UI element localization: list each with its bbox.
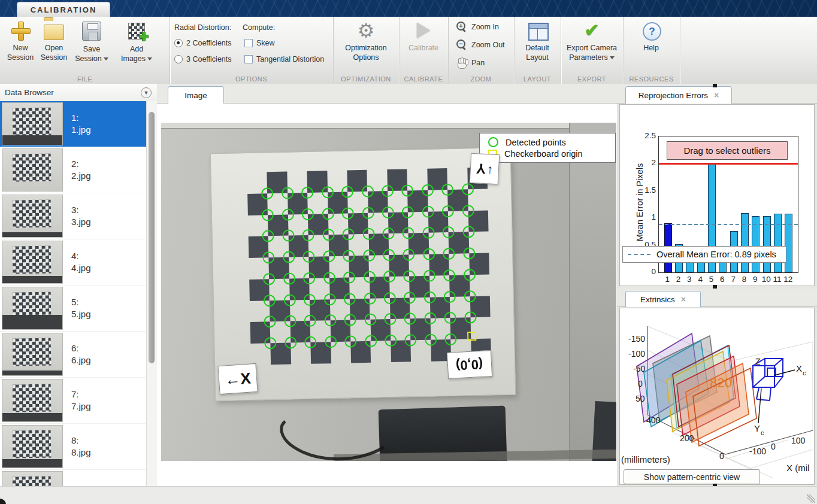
svg-text:100: 100: [791, 436, 806, 445]
list-item[interactable]: 9:: [0, 470, 146, 486]
coeff2-label: 2 Coefficients: [186, 39, 232, 47]
zoom-in-button[interactable]: + Zoom In: [456, 22, 499, 32]
export-camera-parameters-button[interactable]: ✔ Export Camera Parameters: [562, 20, 622, 62]
scrollbar-track[interactable]: [146, 101, 157, 486]
add-images-dropdown-icon[interactable]: [147, 57, 152, 60]
save-session-button[interactable]: Save Session: [72, 20, 111, 63]
dashed-line-sample: [628, 254, 650, 255]
list-item[interactable]: 5:5.jpg: [0, 286, 146, 332]
svg-text:50: 50: [636, 394, 645, 403]
list-item[interactable]: 4:4.jpg: [0, 239, 146, 286]
list-item-label: 7:7.jpg: [71, 388, 91, 413]
tab-extrinsics[interactable]: Extrinsics ×: [625, 291, 701, 307]
new-session-label: New Session: [4, 44, 37, 62]
list-item[interactable]: 8:8.jpg: [0, 424, 146, 470]
scrollbar-thumb[interactable]: [149, 112, 155, 363]
export-dropdown-icon[interactable]: [610, 56, 615, 59]
help-button[interactable]: ? Help: [637, 20, 665, 53]
title-bar: CALIBRATION: [0, 0, 817, 17]
zoom-in-label: Zoom In: [471, 23, 499, 31]
zoom-out-icon: −: [456, 40, 467, 50]
radio-unselected-icon: [174, 55, 183, 63]
image-thumbnail: [2, 333, 63, 376]
error-bar[interactable]: [774, 214, 782, 272]
y-tick-label: 1.5: [632, 186, 656, 195]
save-dropdown-icon[interactable]: [104, 57, 108, 60]
open-session-label: Open Session: [36, 44, 72, 62]
add-images-button[interactable]: Add Images: [117, 20, 156, 63]
list-item-label: 1:1.jpg: [71, 112, 91, 136]
checkbox-tangential[interactable]: Tangential Distortion: [244, 55, 324, 63]
skew-label: Skew: [256, 39, 275, 47]
tab-image[interactable]: Image: [168, 86, 224, 104]
svg-text:X: X: [796, 363, 802, 374]
extrinsics-plot-area[interactable]: 820 -150 -100 -50 0: [619, 308, 815, 485]
list-item[interactable]: 6:6.jpg: [0, 332, 146, 378]
radio-2-coefficients[interactable]: 2 Coefficients: [174, 39, 232, 47]
y-tick-label: 2: [632, 158, 656, 167]
radio-3-coefficients[interactable]: 3 Coefficients: [174, 55, 232, 63]
close-tab-icon[interactable]: ×: [714, 90, 719, 100]
drag-outliers-banner: Drag to select outliers: [667, 141, 788, 160]
zoom-out-label: Zoom Out: [471, 41, 505, 49]
outlier-threshold-line[interactable]: [659, 163, 798, 165]
pan-button[interactable]: Pan: [456, 57, 485, 68]
optimization-options-button[interactable]: ⚙ Optimization Options: [340, 20, 392, 62]
list-item[interactable]: 1:1.jpg: [0, 101, 146, 147]
list-item[interactable]: 2:2.jpg: [0, 147, 146, 193]
tab-reprojection-errors[interactable]: Reprojection Errors ×: [625, 86, 732, 104]
radial-distortion-label: Radial Distortion:: [174, 23, 231, 32]
checkbox-skew[interactable]: Skew: [244, 39, 275, 47]
list-item[interactable]: 7:7.jpg: [0, 378, 146, 424]
list-item[interactable]: 3:3.jpg: [0, 193, 146, 239]
ribbon-group-optimization: ⚙ Optimization Options OPTIMIZATION: [333, 17, 400, 84]
origin-label-card: (0,0): [447, 350, 492, 379]
show-pattern-centric-view-button[interactable]: Show pattern-centric view: [624, 469, 760, 484]
svg-text:-100: -100: [749, 447, 766, 456]
list-item-label: 8:8.jpg: [71, 435, 91, 459]
save-session-label: Save Session: [75, 45, 101, 63]
splitter-handle[interactable]: [713, 84, 717, 87]
status-bar: [0, 486, 817, 504]
tab-reprojection-label: Reprojection Errors: [639, 91, 708, 100]
board-pose-planes: [637, 333, 757, 446]
y-axis-arrow-icon: ↑: [486, 162, 493, 176]
data-browser-header: Data Browser ▼: [0, 84, 157, 102]
section-label-zoom: ZOOM: [448, 75, 514, 83]
layout-grid-icon: [528, 23, 549, 41]
tab-calibration[interactable]: CALIBRATION: [17, 2, 110, 17]
x-tick-label: 12: [781, 275, 795, 284]
open-session-button[interactable]: Open Session: [36, 20, 72, 62]
gear-icon: ⚙: [356, 20, 376, 41]
section-label-resources: RESOURCES: [623, 75, 680, 83]
section-label-options: OPTIONS: [170, 75, 333, 83]
svg-text:0: 0: [771, 442, 776, 451]
resize-grip-icon[interactable]: [807, 494, 815, 503]
zoom-out-button[interactable]: − Zoom Out: [456, 40, 505, 50]
calibrate-button: Calibrate: [406, 20, 441, 53]
calibrate-label: Calibrate: [408, 44, 438, 53]
optimization-options-label: Optimization Options: [340, 44, 392, 62]
zoom-in-icon: +: [456, 22, 467, 32]
reprojection-tab-bar: Reprojection Errors ×: [617, 84, 817, 104]
new-session-button[interactable]: New Session: [4, 20, 37, 62]
image-thumbnail: [2, 287, 63, 330]
image-thumbnail: [2, 425, 63, 468]
error-bar[interactable]: [785, 214, 792, 272]
image-panel: Image 1.jpg Detected points: [157, 84, 618, 486]
coeff3-label: 3 Coefficients: [186, 55, 232, 63]
list-item-label: 2:2.jpg: [71, 158, 91, 183]
compute-label: Compute:: [243, 23, 275, 32]
list-item-label: 3:3.jpg: [71, 204, 91, 229]
add-images-icon: [128, 23, 145, 40]
panel-menu-chevron-icon[interactable]: ▼: [141, 87, 152, 98]
y-tick-label: 0: [632, 267, 656, 276]
list-item-label: 6:6.jpg: [71, 342, 91, 367]
checkbox-icon: [244, 39, 253, 47]
calibration-photo[interactable]: Detected points Checkerboard origin Y ↑ …: [161, 123, 616, 461]
error-bar[interactable]: [741, 213, 749, 272]
section-label-layout: LAYOUT: [514, 75, 561, 83]
default-layout-button[interactable]: Default Layout: [521, 20, 554, 62]
svg-text:c: c: [761, 429, 764, 436]
close-tab-icon[interactable]: ×: [681, 294, 686, 304]
